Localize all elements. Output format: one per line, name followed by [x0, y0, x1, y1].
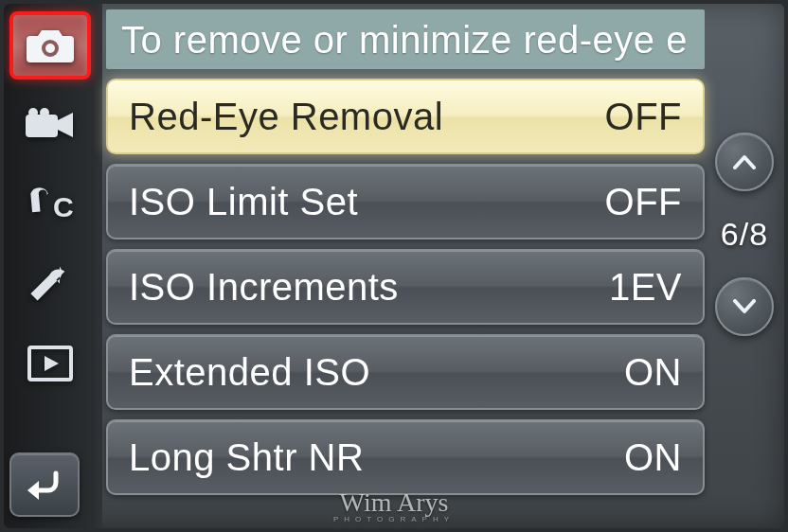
page-indicator: 6/8	[721, 216, 768, 253]
menu-item-value: ON	[624, 436, 682, 479]
help-hint-text: To remove or minimize red-eye e	[121, 19, 688, 61]
page-nav: 6/8	[708, 133, 780, 336]
back-button[interactable]	[9, 452, 80, 517]
left-tab-rail: C	[4, 4, 102, 528]
help-hint-bar: To remove or minimize red-eye e	[106, 9, 705, 69]
chevron-down-icon	[733, 299, 756, 314]
svg-point-3	[28, 108, 38, 117]
menu-item-label: Extended ISO	[129, 351, 370, 394]
return-arrow-icon	[24, 468, 65, 502]
page-down-button[interactable]	[715, 277, 774, 336]
chevron-up-icon	[733, 154, 756, 169]
camera-icon	[25, 27, 76, 64]
play-icon	[27, 345, 74, 382]
svg-rect-2	[26, 115, 58, 137]
svg-point-4	[40, 108, 49, 117]
menu-item-label: ISO Increments	[129, 266, 399, 309]
menu-item-label: Red-Eye Removal	[129, 96, 443, 138]
page-up-button[interactable]	[715, 133, 774, 191]
tab-video[interactable]	[9, 91, 91, 159]
menu-item-value: 1EV	[609, 266, 682, 309]
menu-panel: To remove or minimize red-eye e Red-Eye …	[106, 9, 705, 523]
svg-point-1	[45, 44, 55, 53]
menu-item-long-shtr-nr[interactable]: Long Shtr NR ON	[106, 419, 705, 495]
camera-menu-screen: C To remove or minimize red-eye e	[4, 4, 784, 528]
video-camera-icon	[24, 107, 77, 143]
wrench-c-icon: C	[23, 185, 78, 224]
menu-item-iso-limit-set[interactable]: ISO Limit Set OFF	[106, 164, 705, 239]
tab-photo[interactable]	[9, 11, 91, 80]
menu-item-label: Long Shtr NR	[129, 436, 364, 479]
svg-text:C: C	[53, 191, 74, 222]
menu-item-extended-iso[interactable]: Extended ISO ON	[106, 334, 705, 410]
wrench-icon	[26, 261, 75, 307]
menu-item-value: OFF	[605, 181, 682, 223]
menu-item-value: OFF	[605, 96, 682, 138]
menu-item-value: ON	[624, 351, 682, 394]
menu-item-iso-increments[interactable]: ISO Increments 1EV	[106, 249, 705, 325]
menu-item-red-eye-removal[interactable]: Red-Eye Removal OFF	[106, 79, 705, 154]
menu-item-label: ISO Limit Set	[129, 181, 358, 223]
tab-setup[interactable]	[9, 250, 91, 318]
tab-playback[interactable]	[9, 329, 91, 398]
tab-custom[interactable]: C	[9, 170, 91, 239]
